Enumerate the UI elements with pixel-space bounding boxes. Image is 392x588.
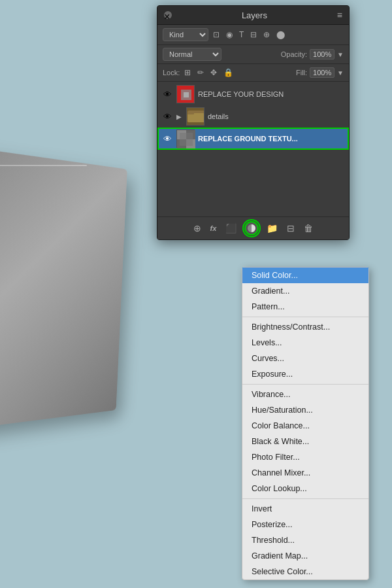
layer-row-details[interactable]: 👁 ▶ details (157, 105, 349, 128)
eye-visibility-details[interactable]: 👁 (161, 111, 173, 122)
texture-thumb-svg (177, 130, 195, 148)
menu-item-color-lookup[interactable]: Color Lookup... (242, 481, 368, 496)
adjustment-mask-icon[interactable]: ⬛ (224, 222, 238, 235)
layers-panel: × Layers ≡ Kind ⊡ ◉ T ⊟ ⊕ ⬤ Normal Opaci… (157, 5, 350, 240)
panel-title: Layers (172, 10, 337, 20)
menu-item-vibrance[interactable]: Vibrance... (242, 387, 368, 402)
circle-half-icon (247, 224, 256, 233)
menu-separator-1 (242, 317, 368, 317)
kind-dropdown[interactable]: Kind (163, 28, 208, 41)
book-highlight (0, 165, 87, 166)
lock-all-icon[interactable]: 🔒 (221, 67, 235, 78)
menu-item-color-balance[interactable]: Color Balance... (242, 418, 368, 434)
menu-item-channel-mixer[interactable]: Channel Mixer... (242, 465, 368, 481)
svg-rect-9 (180, 133, 193, 146)
menu-item-gradient-map[interactable]: Gradient Map... (242, 548, 368, 564)
adjustment-dropdown-menu: Solid Color... Gradient... Pattern... Br… (242, 267, 369, 580)
menu-item-levels[interactable]: Levels... (242, 335, 368, 351)
toolbar-icon-smart[interactable]: ⊕ (261, 29, 272, 41)
panel-close-button[interactable]: × (164, 11, 172, 19)
new-fill-adjustment-wrapper (244, 221, 259, 235)
opacity-label: Opacity: (281, 50, 307, 58)
layers-empty-area (157, 150, 349, 215)
layer-thumb-replace-design (176, 85, 195, 103)
fill-value[interactable]: 100% (310, 67, 335, 78)
menu-separator-2 (242, 384, 368, 385)
fx-icon[interactable]: fx (209, 223, 218, 233)
menu-item-invert[interactable]: Invert (242, 501, 368, 517)
menu-item-threshold[interactable]: Threshold... (242, 532, 368, 548)
fill-label: Fill: (296, 69, 307, 77)
smart-object-icon (177, 86, 195, 104)
toolbar-icon-type[interactable]: T (237, 29, 246, 41)
toolbar-icon-adjust[interactable]: ◉ (224, 29, 235, 41)
svg-rect-4 (188, 113, 204, 122)
eye-visibility-replace-ground[interactable]: 👁 (161, 133, 173, 145)
folder-chevron-details[interactable]: ▶ (176, 113, 182, 120)
layer-name-replace-design: REPLACE YOUR DESIGN (198, 90, 345, 98)
panel-toolbar-kind: Kind ⊡ ◉ T ⊟ ⊕ ⬤ (157, 25, 349, 45)
menu-item-hue-saturation[interactable]: Hue/Saturation... (242, 402, 368, 418)
layer-name-replace-ground: REPLACE GROUND TEXTU... (198, 135, 345, 143)
layer-row-replace-design[interactable]: 👁 REPLACE YOUR DESIGN (157, 83, 349, 105)
opacity-value[interactable]: 100% (310, 49, 335, 60)
svg-rect-2 (184, 92, 189, 97)
opacity-dropdown-arrow[interactable]: ▼ (337, 51, 344, 58)
menu-item-posterize[interactable]: Posterize... (242, 517, 368, 532)
layer-row-replace-ground[interactable]: 👁 REPLACE GROUND TEXTU... (157, 128, 349, 150)
folder-icon-svg (187, 107, 204, 126)
lock-image-icon[interactable]: ✏ (195, 67, 206, 78)
lock-label: Lock: (163, 69, 180, 77)
delete-layer-icon[interactable]: 🗑 (302, 222, 314, 235)
new-group-icon[interactable]: 📁 (265, 222, 279, 235)
menu-item-black-white[interactable]: Black & White... (242, 434, 368, 449)
toolbar-icon-filter[interactable]: ⬤ (274, 29, 287, 41)
svg-rect-5 (188, 112, 194, 114)
menu-item-pattern[interactable]: Pattern... (242, 299, 368, 315)
toolbar-icon-pixel[interactable]: ⊡ (211, 29, 221, 41)
layer-thumb-replace-ground (176, 130, 195, 148)
book-cover (0, 145, 127, 430)
layers-list: 👁 REPLACE YOUR DESIGN 👁 ▶ (157, 82, 349, 216)
panel-titlebar: × Layers ≡ (157, 6, 349, 25)
new-fill-adjustment-button[interactable] (244, 221, 259, 235)
link-layers-icon[interactable]: ⊕ (192, 222, 203, 235)
menu-separator-3 (242, 498, 368, 499)
menu-item-solid-color[interactable]: Solid Color... (242, 268, 368, 283)
book-illustration (0, 131, 183, 523)
layer-thumb-details (186, 107, 204, 126)
fill-dropdown-arrow[interactable]: ▼ (337, 69, 344, 77)
menu-item-gradient[interactable]: Gradient... (242, 283, 368, 299)
toolbar-icon-shape[interactable]: ⊟ (248, 29, 259, 41)
panel-toolbar-blend: Normal Opacity: 100% ▼ (157, 45, 349, 64)
lock-position-icon[interactable]: ✥ (208, 67, 219, 78)
layer-name-details: details (208, 112, 345, 120)
new-layer-icon[interactable]: ⊟ (286, 222, 296, 235)
blend-mode-dropdown[interactable]: Normal (163, 48, 221, 61)
menu-item-exposure[interactable]: Exposure... (242, 366, 368, 382)
panel-menu-icon[interactable]: ≡ (337, 10, 342, 20)
menu-item-brightness-contrast[interactable]: Brightness/Contrast... (242, 319, 368, 335)
lock-transparent-icon[interactable]: ⊞ (182, 67, 193, 78)
panel-bottombar: ⊕ fx ⬛ 📁 ⊟ 🗑 (157, 216, 349, 239)
menu-item-selective-color[interactable]: Selective Color... (242, 564, 368, 579)
menu-item-photo-filter[interactable]: Photo Filter... (242, 449, 368, 465)
panel-toolbar-lock: Lock: ⊞ ✏ ✥ 🔒 Fill: 100% ▼ (157, 64, 349, 82)
menu-item-curves[interactable]: Curves... (242, 351, 368, 366)
eye-visibility-replace-design[interactable]: 👁 (161, 88, 173, 100)
